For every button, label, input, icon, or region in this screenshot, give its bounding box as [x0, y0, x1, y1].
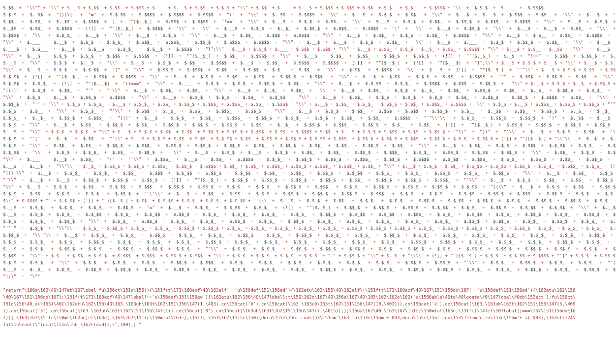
obfuscated-code-block: $.$$ + "\\"" + "\\" + $.__$ + $.$$_ + $.…	[3, 4, 613, 328]
